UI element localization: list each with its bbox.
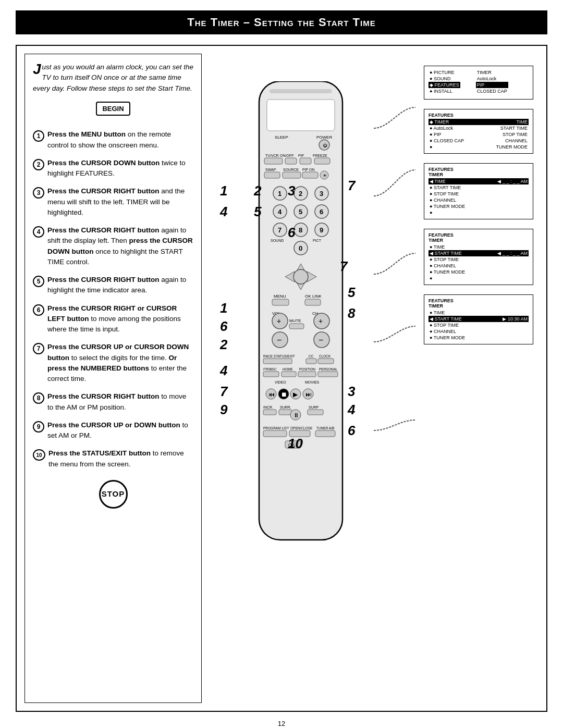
svg-text:4: 4 xyxy=(278,208,282,216)
step-6-text: Press the CURSOR RIGHT or CURSOR LEFT bu… xyxy=(47,303,193,335)
step-8: 8 Press the CURSOR RIGHT button to move … xyxy=(33,391,193,413)
svg-text:CLOCK: CLOCK xyxy=(319,354,331,358)
svg-rect-18 xyxy=(264,172,280,178)
step-8-text: Press the CURSOR RIGHT button to move to… xyxy=(47,391,193,413)
svg-text:1: 1 xyxy=(278,190,282,198)
svg-rect-72 xyxy=(318,359,334,364)
svg-text:PICT: PICT xyxy=(313,239,322,242)
svg-rect-20 xyxy=(302,172,318,178)
svg-rect-78 xyxy=(282,372,296,377)
step-5: 5 Press the CURSOR RIGHT button again to… xyxy=(33,275,193,296)
svg-rect-93 xyxy=(263,410,276,415)
svg-text:▶: ▶ xyxy=(293,391,298,398)
svg-text:FREEZE: FREEZE xyxy=(313,154,327,157)
svg-point-49 xyxy=(293,269,308,284)
svg-rect-19 xyxy=(283,172,301,178)
svg-rect-102 xyxy=(263,430,287,437)
svg-text:−: − xyxy=(319,336,323,344)
svg-text:SLEEP: SLEEP xyxy=(275,135,288,140)
step-2: 2 Press the CURSOR DOWN button twice to … xyxy=(33,158,193,179)
step-9: 9 Press the CURSOR UP or DOWN button to … xyxy=(33,420,193,441)
svg-text:HOME: HOME xyxy=(283,367,293,371)
svg-text:PIP ON: PIP ON xyxy=(302,168,315,171)
left-panel: J ust as you would an alarm clock, you c… xyxy=(25,54,202,703)
svg-text:CC: CC xyxy=(309,354,314,358)
svg-rect-1 xyxy=(270,89,332,93)
svg-text:5: 5 xyxy=(299,208,302,216)
svg-rect-14 xyxy=(314,158,330,164)
svg-text:6: 6 xyxy=(320,208,323,216)
screen-2: FEATURES ◆ TIMERTIME ● AutoLockSTART TIM… xyxy=(424,109,533,154)
step-8-num: 8 xyxy=(33,392,44,404)
svg-rect-2 xyxy=(267,100,335,131)
svg-text:☀: ☀ xyxy=(323,173,327,178)
svg-rect-0 xyxy=(259,81,342,540)
page-container: The Timer – Setting the Start Time J ust… xyxy=(0,0,563,728)
step-10: 10 Press the STATUS/EXIT button to remov… xyxy=(33,448,193,470)
svg-text:−: − xyxy=(277,336,282,344)
stop-circle: STOP xyxy=(99,480,128,509)
first-letter: J xyxy=(33,62,41,77)
main-content: J ust as you would an alarm clock, you c… xyxy=(16,45,547,712)
svg-rect-80 xyxy=(318,372,338,377)
svg-text:RACE STATUS/EXIT: RACE STATUS/EXIT xyxy=(263,354,295,358)
svg-text:+: + xyxy=(319,317,323,325)
step-2-num: 2 xyxy=(33,159,44,170)
step-5-text: Press the CURSOR RIGHT button again to h… xyxy=(47,275,193,296)
svg-text:9: 9 xyxy=(320,226,323,234)
svg-text:SOUND: SOUND xyxy=(271,239,284,242)
step-9-text: Press the CURSOR UP or DOWN button to se… xyxy=(47,420,193,441)
step-10-text: Press the STATUS/EXIT button to remove t… xyxy=(48,448,193,470)
svg-text:POSITION: POSITION xyxy=(299,367,315,371)
step-9-num: 9 xyxy=(33,421,44,433)
svg-rect-79 xyxy=(298,372,316,377)
step-1-num: 1 xyxy=(33,130,44,142)
step-3-num: 3 xyxy=(33,187,44,199)
svg-text:OK: OK xyxy=(305,294,311,299)
svg-text:⏻: ⏻ xyxy=(323,143,327,148)
svg-text:PIP: PIP xyxy=(298,154,304,157)
svg-rect-77 xyxy=(263,372,279,377)
svg-text:SWAP: SWAP xyxy=(265,168,276,171)
svg-text:MUTE: MUTE xyxy=(289,318,301,323)
svg-rect-70 xyxy=(263,359,292,364)
svg-text:INCR.: INCR. xyxy=(263,405,273,409)
svg-text:TV/VCR: TV/VCR xyxy=(265,154,279,157)
svg-text:POWER: POWER xyxy=(316,135,332,140)
svg-text:LINK: LINK xyxy=(312,294,322,299)
step-7-num: 7 xyxy=(33,343,44,354)
step-10-num: 10 xyxy=(33,449,45,461)
svg-text:OPEN/CLOSE: OPEN/CLOSE xyxy=(290,426,313,430)
step-6-num: 6 xyxy=(33,304,44,316)
step-4-num: 4 xyxy=(33,226,44,238)
svg-rect-11 xyxy=(264,158,283,164)
step-1-text: Press the MENU button on the remote cont… xyxy=(47,129,193,151)
step-4-text: Press the CURSOR RIGHT button again to s… xyxy=(47,225,193,267)
svg-rect-51 xyxy=(272,299,289,305)
svg-text:⏮: ⏮ xyxy=(268,391,275,398)
svg-rect-54 xyxy=(305,299,321,305)
page-title: The Timer – Setting the Start Time xyxy=(16,10,547,34)
svg-text:⏹: ⏹ xyxy=(281,391,287,398)
svg-text:PERSONAL: PERSONAL xyxy=(319,367,338,371)
svg-rect-71 xyxy=(306,359,316,364)
step-7: 7 Press the CURSOR UP or CURSOR DOWN but… xyxy=(33,342,193,384)
svg-text:⏸: ⏸ xyxy=(293,412,299,419)
screen-5: FEATURES TIMER ● TIME ◀ START TIME▶ 10:3… xyxy=(424,294,533,344)
svg-text:ITR/BSC: ITR/BSC xyxy=(263,367,277,371)
intro-body: ust as you would an alarm clock, you can… xyxy=(33,63,193,92)
step-4: 4 Press the CURSOR RIGHT button again to… xyxy=(33,225,193,267)
svg-rect-98 xyxy=(308,410,323,415)
step-5-num: 5 xyxy=(33,276,44,287)
svg-text:MOVIES: MOVIES xyxy=(305,380,320,384)
step-3-text: Press the CURSOR RIGHT button and the me… xyxy=(47,186,193,218)
svg-text:SOURCE: SOURCE xyxy=(283,168,299,171)
svg-rect-104 xyxy=(315,430,335,437)
svg-text:PROGRAM LIST: PROGRAM LIST xyxy=(263,426,289,430)
right-panel: ● PICTURE ● SOUND ◆ FEATURES ● INSTALL T… xyxy=(212,54,538,703)
intro-text: J ust as you would an alarm clock, you c… xyxy=(33,62,193,94)
svg-text:SURP: SURP xyxy=(309,405,319,409)
page-number: 12 xyxy=(16,720,547,727)
svg-text:7: 7 xyxy=(278,226,282,234)
svg-rect-59 xyxy=(289,324,304,329)
